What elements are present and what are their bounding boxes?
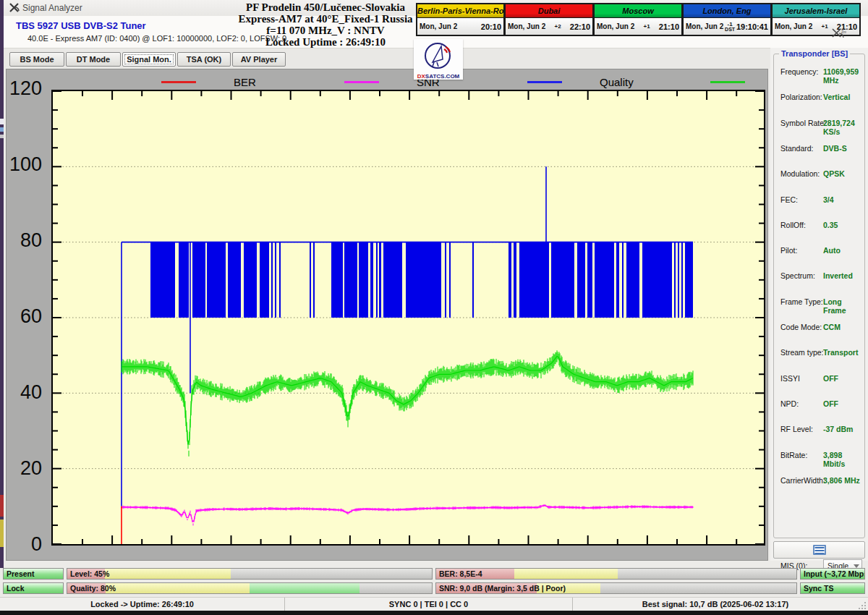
mini-satellite-icon: Zm	[830, 27, 846, 39]
sync-ts-indicator: Sync TS	[800, 582, 865, 594]
transponder-row-label: Modulation:	[780, 169, 820, 178]
transponder-row-label: BitRate:	[780, 451, 807, 459]
clock-city: Jerusalem-Israel	[773, 4, 859, 18]
transponder-row-value: CCM	[823, 323, 841, 331]
clock-date: Mon, Jun 2	[508, 22, 545, 30]
transponder-row-value: OFF	[823, 374, 838, 383]
sync-ts-label: Sync TS	[804, 584, 833, 593]
level-bar: Level: 45%	[67, 568, 433, 580]
present-indicator: Present	[3, 568, 64, 580]
y-axis-tick-label: 80	[6, 229, 42, 252]
status-best-signal: Best signal: 10,7 dB (2025-06-02 13:17)	[573, 598, 858, 611]
transponder-groupbox: Transponder [BS] Frequency: 11069,959 MH…	[773, 54, 865, 538]
bottom-edge-strip	[0, 611, 868, 615]
clock-city: Moscow	[595, 4, 681, 18]
transponder-row-value: 3,898 Mbit/s	[823, 451, 864, 468]
clock-body: Mon, Jun 2 20:10	[417, 18, 503, 35]
legend-label: Quality	[600, 76, 634, 88]
transponder-row-label: Pilot:	[780, 246, 797, 255]
transponder-row-label: Standard:	[780, 144, 814, 153]
transponder-row-label: Symbol Rate:	[780, 119, 826, 127]
clock-time: 22:10	[570, 22, 590, 31]
quality-bar: Quality: 80%	[67, 582, 433, 594]
signal-monitor-panel: BER SNR Quality Level	[6, 69, 768, 561]
transponder-row-value: Inverted	[823, 271, 853, 280]
present-label: Present	[7, 569, 35, 578]
y-axis-tick-label: 20	[6, 457, 42, 480]
clock-city: Berlin-Paris-Vienna-Roma	[417, 4, 503, 18]
app-satellite-icon	[9, 2, 20, 14]
transponder-row-label: RollOff:	[780, 221, 806, 229]
dxsatcs-logo: DXSATCS.COM	[414, 39, 463, 80]
window-edge-strip	[0, 0, 4, 568]
tab-button[interactable]: AV Player	[232, 52, 286, 67]
transponder-row-value: QPSK	[823, 169, 845, 178]
legend-item: Quality	[527, 76, 634, 88]
clock-date: Mon, Jun 2	[775, 22, 812, 30]
transponder-row-value: 2819,724 KS/s	[823, 119, 864, 136]
transponder-row-label: RF Level:	[780, 425, 813, 433]
clock-body: Mon, Jun 2 +1 21:10	[595, 18, 681, 35]
transponder-row-label: Spectrum:	[780, 271, 815, 280]
transponder-row-value: Long Frame	[823, 297, 864, 315]
clock-date: Mon, Jun 2	[686, 22, 723, 30]
legend-line-swatch	[161, 81, 196, 83]
quality-bar-label: Quality: 80%	[70, 584, 116, 593]
tab-button[interactable]: Signal Mon.	[122, 52, 176, 67]
clock-time: 21:10	[659, 22, 679, 31]
clock-city: Dubai	[506, 4, 592, 18]
transponder-row-value: 3,806 MHz	[823, 476, 860, 485]
y-axis-tick-label: 100	[6, 153, 42, 176]
legend-line-swatch	[710, 81, 745, 83]
transponder-row-label: ISSYI	[780, 374, 800, 383]
input-indicator: Input (~3,72 Mbps)	[800, 568, 865, 580]
input-label: Input (~3,72 Mbps)	[804, 569, 865, 578]
tab-button[interactable]: BS Mode	[9, 52, 64, 67]
clock-card: Dubai Mon, Jun 2 +2 22:10	[505, 3, 594, 36]
list-rows-icon	[813, 545, 826, 555]
y-axis-tick-label: 60	[6, 305, 42, 328]
transponder-row-value: Vertical	[823, 93, 850, 101]
ber-bar-label: BER: 8,5E-4	[439, 569, 482, 578]
transponder-row-label: FEC:	[780, 195, 798, 204]
window-title: Signal Analyzer	[22, 3, 82, 13]
clock-body: Mon, Jun 2 +1 21:10	[773, 18, 859, 35]
transponder-row-value: Auto	[823, 246, 841, 255]
clock-time: 20:10	[481, 22, 501, 31]
legend-line-swatch	[527, 81, 562, 83]
world-clocks: Berlin-Paris-Vienna-Roma Mon, Jun 2 20:1…	[416, 3, 861, 36]
clock-date: Mon, Jun 2	[420, 22, 457, 30]
transponder-row-label: Code Mode:	[780, 323, 822, 331]
tab-button[interactable]: DT Mode	[66, 52, 121, 67]
signal-chart-plot	[51, 90, 765, 546]
clock-utc-offset: +2	[545, 24, 570, 29]
legend-label: BER	[234, 76, 256, 88]
clock-card: Berlin-Paris-Vienna-Roma Mon, Jun 2 20:1…	[416, 3, 505, 36]
transponder-row-label: CarrierWidth:	[780, 476, 825, 485]
y-axis-tick-label: 40	[6, 381, 42, 404]
transponder-row-value: 11069,959 MHz	[823, 67, 864, 85]
transponder-row-value: Transport	[823, 348, 858, 357]
transponder-row-label: Frame Type:	[780, 297, 823, 306]
clock-utc-offset: -1	[723, 22, 736, 27]
clock-utc-offset: +1	[634, 24, 659, 29]
capture-list-button[interactable]	[773, 541, 865, 559]
dxsatcs-logo-icon	[422, 41, 454, 71]
status-sync-counters: SYNC 0 | TEI 0 | CC 0	[285, 598, 573, 611]
tab-button[interactable]: TSA (OK)	[177, 52, 231, 67]
status-uptime: Locked -> Uptime: 26:49:10	[0, 598, 285, 611]
tuner-name: TBS 5927 USB DVB-S2 Tuner	[16, 20, 146, 31]
clock-date: Mon, Jun 2	[597, 22, 634, 30]
legend-item: BER	[161, 76, 256, 88]
transponder-row-label: Polarization:	[780, 93, 822, 101]
lock-indicator: Lock	[3, 582, 64, 594]
svg-text:Zm: Zm	[841, 30, 846, 34]
clock-card: Jerusalem-Israel Mon, Jun 2 +1 21:10	[772, 3, 861, 36]
transponder-panel: Transponder [BS] Frequency: 11069,959 MH…	[770, 48, 868, 561]
dxsatcs-logo-text: DXSATCS.COM	[414, 73, 463, 80]
clock-card: Moscow Mon, Jun 2 +1 21:10	[594, 3, 683, 36]
transponder-title: Transponder [BS]	[779, 49, 850, 58]
level-bar-label: Level: 45%	[70, 569, 109, 578]
transponder-row-label: Stream type:	[780, 348, 824, 357]
resize-grip[interactable]	[859, 601, 867, 609]
